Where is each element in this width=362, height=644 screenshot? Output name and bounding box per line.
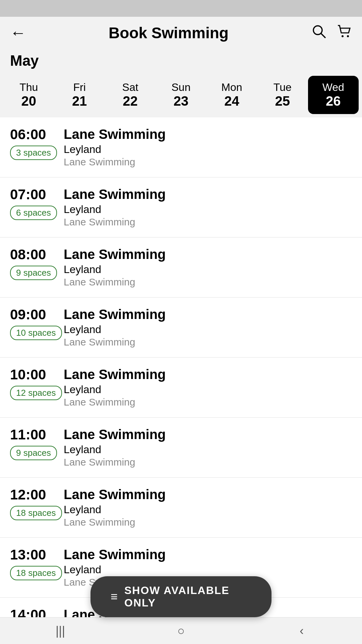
session-location: Leyland [64, 143, 352, 156]
month-label: May [0, 49, 362, 76]
session-location: Leyland [64, 323, 352, 336]
session-time-block: 10:00 12 spaces [10, 367, 64, 400]
menu-nav-button[interactable]: ||| [47, 621, 74, 641]
session-type: Lane Swimming [64, 276, 352, 288]
session-time: 13:00 [10, 547, 64, 562]
day-num: 26 [326, 94, 341, 109]
home-nav-button[interactable]: ○ [168, 621, 194, 641]
session-name: Lane Swimming [64, 187, 352, 202]
spaces-badge: 3 spaces [10, 146, 57, 160]
session-time: 07:00 [10, 187, 64, 202]
session-location: Leyland [64, 383, 352, 396]
session-time: 12:00 [10, 487, 64, 502]
session-location: Leyland [64, 503, 352, 516]
session-type: Lane Swimming [64, 396, 352, 408]
session-time-block: 11:00 9 spaces [10, 427, 64, 460]
filter-bar[interactable]: ≡ SHOW AVAILABLE ONLY [90, 576, 272, 617]
session-info: Lane Swimming Leyland Lane Swimming [64, 127, 352, 168]
session-item[interactable]: 06:00 3 spaces Lane Swimming Leyland Lan… [0, 117, 362, 177]
spaces-badge: 10 spaces [10, 326, 62, 340]
session-info: Lane Swimming Leyland Lane Swimming [64, 367, 352, 408]
status-bar [0, 0, 362, 17]
session-time: 10:00 [10, 367, 64, 382]
session-time-block: 08:00 9 spaces [10, 247, 64, 280]
back-nav-button[interactable]: ‹ [288, 621, 315, 641]
session-name: Lane Swimming [64, 427, 352, 442]
day-item-wed-26[interactable]: Wed 26 [308, 76, 359, 114]
search-button[interactable] [311, 23, 326, 42]
spaces-badge: 9 spaces [10, 446, 57, 460]
session-time-block: 09:00 10 spaces [10, 307, 64, 340]
day-num: 20 [21, 94, 36, 109]
back-button[interactable]: ← [10, 25, 26, 41]
day-name: Sun [172, 81, 191, 94]
session-info: Lane Swimming Leyland Lane Swimming [64, 307, 352, 348]
day-num: 25 [275, 94, 290, 109]
session-info: Lane Swimming Leyland Lane Swimming [64, 487, 352, 528]
day-selector: Thu 20 Fri 21 Sat 22 Sun 23 Mon 24 Tue 2… [0, 76, 362, 114]
spaces-badge: 18 spaces [10, 566, 62, 580]
svg-point-0 [313, 26, 322, 35]
svg-point-3 [347, 35, 349, 37]
filter-icon: ≡ [111, 590, 118, 604]
session-location: Leyland [64, 203, 352, 216]
day-item-mon-24[interactable]: Mon 24 [206, 76, 257, 114]
session-type: Lane Swimming [64, 457, 352, 468]
session-time: 11:00 [10, 427, 64, 442]
session-time: 08:00 [10, 247, 64, 262]
day-item-tue-25[interactable]: Tue 25 [257, 76, 308, 114]
spaces-badge: 18 spaces [10, 506, 62, 520]
day-item-fri-21[interactable]: Fri 21 [54, 76, 105, 114]
day-item-sun-23[interactable]: Sun 23 [156, 76, 206, 114]
day-name: Thu [19, 81, 38, 94]
bottom-nav: ||| ○ ‹ [0, 617, 362, 644]
session-location: Leyland [64, 443, 352, 456]
session-info: Lane Swimming Leyland Lane Swimming [64, 427, 352, 468]
header: ← Book Swimming [0, 17, 362, 49]
session-name: Lane Swimming [64, 127, 352, 142]
session-item[interactable]: 08:00 9 spaces Lane Swimming Leyland Lan… [0, 237, 362, 298]
svg-line-1 [321, 34, 325, 38]
spaces-badge: 12 spaces [10, 386, 62, 400]
day-num: 23 [174, 94, 189, 109]
session-location: Leyland [64, 263, 352, 276]
day-item-sat-22[interactable]: Sat 22 [105, 76, 156, 114]
page-title: Book Swimming [26, 24, 311, 42]
spaces-badge: 6 spaces [10, 206, 57, 220]
session-list: 06:00 3 spaces Lane Swimming Leyland Lan… [0, 117, 362, 644]
session-info: Lane Swimming Leyland Lane Swimming [64, 247, 352, 288]
day-num: 24 [224, 94, 239, 109]
session-time-block: 06:00 3 spaces [10, 127, 64, 160]
svg-point-2 [342, 35, 344, 37]
spaces-badge: 9 spaces [10, 266, 57, 280]
session-time-block: 12:00 18 spaces [10, 487, 64, 520]
session-time: 09:00 [10, 307, 64, 322]
day-name: Tue [274, 81, 292, 94]
session-type: Lane Swimming [64, 216, 352, 228]
session-location: Leyland [64, 564, 352, 576]
session-time-block: 13:00 18 spaces [10, 547, 64, 580]
session-info: Lane Swimming Leyland Lane Swimming [64, 187, 352, 228]
session-type: Lane Swimming [64, 156, 352, 168]
day-num: 21 [72, 94, 87, 109]
session-item[interactable]: 11:00 9 spaces Lane Swimming Leyland Lan… [0, 418, 362, 478]
session-item[interactable]: 07:00 6 spaces Lane Swimming Leyland Lan… [0, 177, 362, 237]
session-item[interactable]: 12:00 18 spaces Lane Swimming Leyland La… [0, 478, 362, 538]
session-item[interactable]: 09:00 10 spaces Lane Swimming Leyland La… [0, 298, 362, 358]
session-time-block: 07:00 6 spaces [10, 187, 64, 220]
header-icons [311, 23, 352, 42]
day-num: 22 [123, 94, 138, 109]
day-name: Fri [73, 81, 85, 94]
day-item-thu-20[interactable]: Thu 20 [3, 76, 54, 114]
session-item[interactable]: 10:00 12 spaces Lane Swimming Leyland La… [0, 358, 362, 418]
filter-label: SHOW AVAILABLE ONLY [124, 584, 251, 609]
session-name: Lane Swimming [64, 487, 352, 502]
day-name: Sat [122, 81, 138, 94]
day-name: Mon [221, 81, 242, 94]
session-name: Lane Swimming [64, 367, 352, 382]
session-name: Lane Swimming [64, 547, 352, 562]
session-name: Lane Swimming [64, 307, 352, 322]
session-type: Lane Swimming [64, 336, 352, 348]
session-name: Lane Swimming [64, 247, 352, 262]
cart-button[interactable] [337, 23, 352, 42]
